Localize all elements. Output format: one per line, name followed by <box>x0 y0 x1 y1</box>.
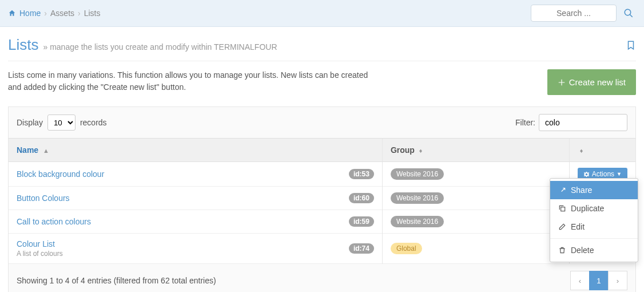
pager-prev[interactable]: ‹ <box>570 271 590 290</box>
display-select[interactable]: 10 <box>47 115 75 131</box>
pager: ‹ 1 › <box>571 271 627 290</box>
action-edit[interactable]: Edit <box>550 218 638 236</box>
action-share[interactable]: Share <box>550 181 638 199</box>
display-control: Display 10 records <box>17 115 107 131</box>
table-row: Colour ListA list of coloursid:74Global <box>9 234 635 264</box>
breadcrumb-assets[interactable]: Assets <box>50 9 74 18</box>
pager-page-1[interactable]: 1 <box>589 271 609 290</box>
table-row: Button Coloursid:60Website 2016 <box>9 187 635 210</box>
table-footer: Showing 1 to 4 of 4 entries (filtered fr… <box>9 264 635 292</box>
dropdown-divider <box>550 238 638 239</box>
display-label: Display <box>17 118 43 127</box>
chevron-right-icon: › <box>78 9 81 18</box>
list-name-link[interactable]: Button Colours <box>17 194 70 203</box>
filter-label: Filter: <box>515 118 535 127</box>
id-pill: id:53 <box>349 169 374 179</box>
svg-rect-2 <box>561 207 565 211</box>
table-container: Display 10 records Filter: Name ▲ Group … <box>8 106 636 292</box>
create-new-list-button[interactable]: Create new list <box>547 69 636 95</box>
filter-control: Filter: <box>515 114 627 131</box>
id-pill: id:74 <box>349 243 374 254</box>
search-wrap <box>531 5 636 22</box>
list-name-link[interactable]: Call to action colours <box>17 217 91 226</box>
page-header: Lists » manage the lists you create and … <box>0 27 644 61</box>
list-name-link[interactable]: Colour List <box>17 239 55 248</box>
svg-line-1 <box>630 14 633 17</box>
home-icon <box>8 9 16 17</box>
col-header-actions[interactable]: ♦ <box>569 139 635 162</box>
sort-icon: ♦ <box>419 147 423 154</box>
page-subtitle: » manage the lists you create and modify… <box>43 42 277 52</box>
intro-row: Lists come in many variations. This func… <box>0 69 644 106</box>
breadcrumb-current: Lists <box>84 9 101 18</box>
col-header-group[interactable]: Group ♦ <box>382 139 569 162</box>
col-header-name[interactable]: Name ▲ <box>9 139 382 162</box>
list-name-link[interactable]: Block background colour <box>17 169 104 179</box>
action-duplicate[interactable]: Duplicate <box>550 199 638 218</box>
search-button[interactable] <box>621 8 636 18</box>
edit-icon <box>558 223 566 231</box>
svg-point-0 <box>625 9 631 15</box>
list-desc: A list of colours <box>17 250 63 258</box>
action-delete[interactable]: Delete <box>550 241 638 259</box>
intro-text: Lists come in many variations. This func… <box>8 69 374 93</box>
id-pill: id:59 <box>349 216 374 227</box>
table-controls: Display 10 records Filter: <box>9 107 635 138</box>
chevron-right-icon: › <box>44 9 47 18</box>
duplicate-icon <box>558 204 566 212</box>
share-icon <box>558 186 566 194</box>
page-title: Lists <box>8 36 38 54</box>
group-pill: Global <box>391 243 422 254</box>
group-pill: Website 2016 <box>391 216 444 227</box>
divider <box>8 61 636 61</box>
pager-next[interactable]: › <box>608 271 627 290</box>
data-table: Name ▲ Group ♦ ♦ Block background colour… <box>9 138 635 264</box>
group-pill: Website 2016 <box>391 168 444 180</box>
delete-icon <box>558 246 566 254</box>
breadcrumb-home[interactable]: Home <box>19 9 41 18</box>
breadcrumb: Home › Assets › Lists <box>8 9 101 18</box>
filter-input[interactable] <box>539 114 627 131</box>
footer-info: Showing 1 to 4 of 4 entries (filtered fr… <box>17 276 216 285</box>
plus-icon <box>558 78 566 86</box>
group-pill: Website 2016 <box>391 192 444 204</box>
id-pill: id:60 <box>349 193 374 203</box>
bookmark-button[interactable] <box>626 40 636 50</box>
topbar: Home › Assets › Lists <box>0 0 644 27</box>
sort-asc-icon: ▲ <box>43 147 49 154</box>
create-label: Create new list <box>569 77 626 87</box>
search-input[interactable] <box>531 5 617 22</box>
sort-icon: ♦ <box>580 147 583 154</box>
table-row: Block background colourid:53Website 2016… <box>9 162 635 187</box>
actions-dropdown: ShareDuplicateEditDelete <box>550 178 638 262</box>
table-row: Call to action coloursid:59Website 2016 <box>9 210 635 234</box>
records-label: records <box>80 118 107 127</box>
